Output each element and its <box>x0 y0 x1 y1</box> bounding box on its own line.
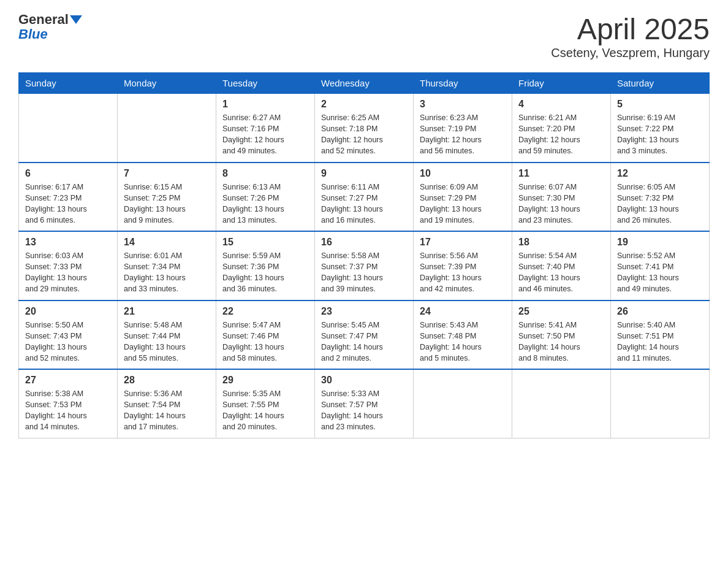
day-info: Sunrise: 6:13 AMSunset: 7:26 PMDaylight:… <box>222 182 308 226</box>
day-number: 9 <box>321 168 407 179</box>
calendar-day-cell: 4Sunrise: 6:21 AMSunset: 7:20 PMDaylight… <box>512 94 611 163</box>
day-info: Sunrise: 6:05 AMSunset: 7:32 PMDaylight:… <box>617 182 703 226</box>
page-header: General Blue April 2025 Cseteny, Veszpre… <box>18 12 710 60</box>
calendar-week-row: 6Sunrise: 6:17 AMSunset: 7:23 PMDaylight… <box>19 163 710 232</box>
calendar-week-row: 27Sunrise: 5:38 AMSunset: 7:53 PMDayligh… <box>19 369 710 438</box>
calendar-day-cell: 3Sunrise: 6:23 AMSunset: 7:19 PMDaylight… <box>414 94 512 163</box>
calendar-header-wednesday: Wednesday <box>315 73 414 94</box>
calendar-day-cell: 1Sunrise: 6:27 AMSunset: 7:16 PMDaylight… <box>216 94 315 163</box>
day-number: 25 <box>518 306 604 317</box>
calendar-day-cell: 10Sunrise: 6:09 AMSunset: 7:29 PMDayligh… <box>414 163 512 232</box>
logo: General Blue <box>18 12 82 42</box>
day-number: 19 <box>617 237 703 248</box>
day-info: Sunrise: 5:41 AMSunset: 7:50 PMDaylight:… <box>518 320 604 364</box>
day-info: Sunrise: 6:03 AMSunset: 7:33 PMDaylight:… <box>25 250 111 295</box>
calendar-header-friday: Friday <box>512 73 611 94</box>
day-number: 7 <box>124 168 210 179</box>
day-info: Sunrise: 5:50 AMSunset: 7:43 PMDaylight:… <box>25 320 111 364</box>
day-number: 5 <box>617 99 703 110</box>
calendar-day-cell: 21Sunrise: 5:48 AMSunset: 7:44 PMDayligh… <box>118 301 216 370</box>
calendar-day-cell: 17Sunrise: 5:56 AMSunset: 7:39 PMDayligh… <box>414 231 512 301</box>
day-number: 13 <box>25 237 111 248</box>
calendar-day-cell: 8Sunrise: 6:13 AMSunset: 7:26 PMDaylight… <box>216 163 315 232</box>
day-number: 21 <box>124 306 210 317</box>
day-info: Sunrise: 6:07 AMSunset: 7:30 PMDaylight:… <box>518 182 604 226</box>
day-number: 2 <box>321 99 407 110</box>
day-number: 15 <box>222 237 308 248</box>
day-number: 24 <box>420 306 506 317</box>
calendar-day-cell: 14Sunrise: 6:01 AMSunset: 7:34 PMDayligh… <box>118 231 216 301</box>
calendar-day-cell: 23Sunrise: 5:45 AMSunset: 7:47 PMDayligh… <box>315 301 414 370</box>
day-number: 22 <box>222 306 308 317</box>
day-number: 18 <box>518 237 604 248</box>
calendar-day-cell: 24Sunrise: 5:43 AMSunset: 7:48 PMDayligh… <box>414 301 512 370</box>
day-info: Sunrise: 6:17 AMSunset: 7:23 PMDaylight:… <box>25 182 111 226</box>
day-info: Sunrise: 5:48 AMSunset: 7:44 PMDaylight:… <box>124 320 210 364</box>
day-info: Sunrise: 6:01 AMSunset: 7:34 PMDaylight:… <box>124 250 210 295</box>
day-info: Sunrise: 6:23 AMSunset: 7:19 PMDaylight:… <box>420 112 506 157</box>
day-number: 11 <box>518 168 604 179</box>
calendar-table: SundayMondayTuesdayWednesdayThursdayFrid… <box>18 72 710 439</box>
calendar-day-cell: 30Sunrise: 5:33 AMSunset: 7:57 PMDayligh… <box>315 369 414 438</box>
calendar-day-cell: 5Sunrise: 6:19 AMSunset: 7:22 PMDaylight… <box>611 94 710 163</box>
calendar-day-cell: 27Sunrise: 5:38 AMSunset: 7:53 PMDayligh… <box>19 369 118 438</box>
logo-text-general: General <box>18 12 69 27</box>
calendar-header-monday: Monday <box>118 73 216 94</box>
day-info: Sunrise: 6:21 AMSunset: 7:20 PMDaylight:… <box>518 112 604 157</box>
calendar-day-cell: 6Sunrise: 6:17 AMSunset: 7:23 PMDaylight… <box>19 163 118 232</box>
calendar-day-cell: 18Sunrise: 5:54 AMSunset: 7:40 PMDayligh… <box>512 231 611 301</box>
day-number: 6 <box>25 168 111 179</box>
day-info: Sunrise: 5:56 AMSunset: 7:39 PMDaylight:… <box>420 250 506 295</box>
calendar-day-cell: 15Sunrise: 5:59 AMSunset: 7:36 PMDayligh… <box>216 231 315 301</box>
day-info: Sunrise: 5:38 AMSunset: 7:53 PMDaylight:… <box>25 388 111 433</box>
day-info: Sunrise: 6:25 AMSunset: 7:18 PMDaylight:… <box>321 112 407 157</box>
day-info: Sunrise: 5:33 AMSunset: 7:57 PMDaylight:… <box>321 388 407 433</box>
day-number: 14 <box>124 237 210 248</box>
day-info: Sunrise: 5:43 AMSunset: 7:48 PMDaylight:… <box>420 320 506 364</box>
day-number: 12 <box>617 168 703 179</box>
title-area: April 2025 Cseteny, Veszprem, Hungary <box>551 12 710 60</box>
day-number: 20 <box>25 306 111 317</box>
calendar-header-sunday: Sunday <box>19 73 118 94</box>
day-info: Sunrise: 5:47 AMSunset: 7:46 PMDaylight:… <box>222 320 308 364</box>
day-number: 23 <box>321 306 407 317</box>
day-info: Sunrise: 5:59 AMSunset: 7:36 PMDaylight:… <box>222 250 308 295</box>
day-number: 16 <box>321 237 407 248</box>
day-info: Sunrise: 5:45 AMSunset: 7:47 PMDaylight:… <box>321 320 407 364</box>
calendar-day-cell <box>414 369 512 438</box>
calendar-day-cell <box>611 369 710 438</box>
day-number: 27 <box>25 375 111 386</box>
day-info: Sunrise: 6:27 AMSunset: 7:16 PMDaylight:… <box>222 112 308 157</box>
calendar-header-row: SundayMondayTuesdayWednesdayThursdayFrid… <box>19 73 710 94</box>
calendar-day-cell <box>19 94 118 163</box>
logo-text-blue: Blue <box>18 26 48 42</box>
day-info: Sunrise: 5:52 AMSunset: 7:41 PMDaylight:… <box>617 250 703 295</box>
calendar-day-cell: 2Sunrise: 6:25 AMSunset: 7:18 PMDaylight… <box>315 94 414 163</box>
day-info: Sunrise: 6:15 AMSunset: 7:25 PMDaylight:… <box>124 182 210 226</box>
calendar-day-cell: 28Sunrise: 5:36 AMSunset: 7:54 PMDayligh… <box>118 369 216 438</box>
calendar-day-cell: 26Sunrise: 5:40 AMSunset: 7:51 PMDayligh… <box>611 301 710 370</box>
day-number: 8 <box>222 168 308 179</box>
calendar-week-row: 13Sunrise: 6:03 AMSunset: 7:33 PMDayligh… <box>19 231 710 301</box>
day-info: Sunrise: 5:36 AMSunset: 7:54 PMDaylight:… <box>124 388 210 433</box>
day-info: Sunrise: 5:54 AMSunset: 7:40 PMDaylight:… <box>518 250 604 295</box>
calendar-day-cell: 19Sunrise: 5:52 AMSunset: 7:41 PMDayligh… <box>611 231 710 301</box>
day-number: 3 <box>420 99 506 110</box>
day-number: 1 <box>222 99 308 110</box>
day-number: 26 <box>617 306 703 317</box>
calendar-day-cell <box>118 94 216 163</box>
calendar-week-row: 20Sunrise: 5:50 AMSunset: 7:43 PMDayligh… <box>19 301 710 370</box>
day-number: 30 <box>321 375 407 386</box>
calendar-day-cell: 12Sunrise: 6:05 AMSunset: 7:32 PMDayligh… <box>611 163 710 232</box>
calendar-day-cell: 22Sunrise: 5:47 AMSunset: 7:46 PMDayligh… <box>216 301 315 370</box>
calendar-day-cell: 29Sunrise: 5:35 AMSunset: 7:55 PMDayligh… <box>216 369 315 438</box>
calendar-day-cell: 25Sunrise: 5:41 AMSunset: 7:50 PMDayligh… <box>512 301 611 370</box>
day-number: 28 <box>124 375 210 386</box>
calendar-day-cell: 16Sunrise: 5:58 AMSunset: 7:37 PMDayligh… <box>315 231 414 301</box>
calendar-header-thursday: Thursday <box>414 73 512 94</box>
calendar-day-cell: 13Sunrise: 6:03 AMSunset: 7:33 PMDayligh… <box>19 231 118 301</box>
calendar-day-cell: 11Sunrise: 6:07 AMSunset: 7:30 PMDayligh… <box>512 163 611 232</box>
calendar-subtitle: Cseteny, Veszprem, Hungary <box>551 46 710 60</box>
day-info: Sunrise: 5:40 AMSunset: 7:51 PMDaylight:… <box>617 320 703 364</box>
day-number: 4 <box>518 99 604 110</box>
